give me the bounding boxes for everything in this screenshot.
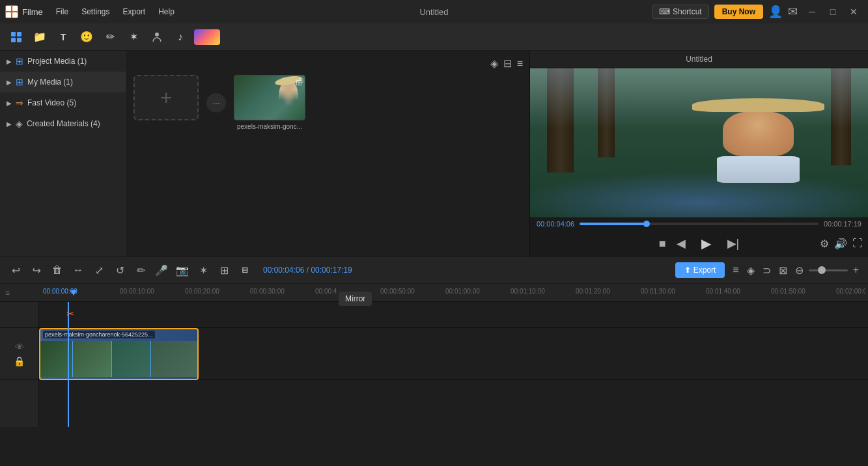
main-content: ▶ ⊞ Project Media (1) ▶ ⊞ My Media (1) ▶… [0, 51, 868, 256]
menu-bar: File Settings Export Help [51, 5, 180, 19]
svg-rect-4 [11, 32, 16, 36]
list-view-icon[interactable]: ≡ [517, 58, 523, 70]
delete-button[interactable]: 🗑 [48, 261, 66, 279]
preview-panel: Untitled [529, 51, 868, 256]
effects-button[interactable]: ✶ [124, 27, 143, 47]
speed-button[interactable]: ⊟ [236, 261, 254, 279]
timeline-ruler: ≡ 00:00:00:00 00:00:10:00 00:00:20:00 00… [0, 284, 868, 302]
maximize-button[interactable]: □ [824, 5, 842, 18]
pip-button[interactable]: ⊞ [215, 261, 233, 279]
edit-toolbar: ↩ ↩ 🗑 ↔ ⤢ ↺ ✏ 🎤 📷 ✶ ⊞ ⊟ 00:00:04:06 / 00… [0, 256, 868, 284]
add-media-button[interactable]: + [133, 75, 199, 120]
fullscreen-icon[interactable]: ⛶ [852, 238, 863, 249]
rotate-button[interactable]: ↺ [111, 261, 129, 279]
menu-help[interactable]: Help [153, 5, 180, 19]
zoom-in-icon[interactable]: + [850, 263, 861, 277]
left-panel: ▶ ⊞ Project Media (1) ▶ ⊞ My Media (1) ▶… [0, 51, 127, 256]
playhead[interactable] [68, 302, 69, 427]
current-time: 00:00:04:06 [537, 220, 574, 228]
media-area: ◈ ⊟ ≡ + ··· ⊞ pexels-maksim-gonc... [127, 51, 529, 256]
grid-view-icon[interactable]: ⊟ [503, 57, 512, 70]
transition-icon[interactable]: ⊃ [760, 263, 774, 278]
volume-icon[interactable]: 🔊 [834, 238, 847, 250]
titlebar-title: Untitled [419, 7, 448, 17]
panel-item-project-media[interactable]: ▶ ⊞ Project Media (1) [0, 51, 126, 72]
mail-icon[interactable]: ✉ [788, 5, 798, 19]
text-button[interactable]: T [53, 27, 73, 47]
svg-rect-5 [17, 32, 21, 36]
stop-button[interactable]: ■ [659, 237, 666, 251]
eye-icon[interactable]: 👁 [15, 342, 24, 352]
camera-button[interactable]: 📷 [173, 261, 191, 279]
media-thumbnail[interactable]: ⊞ pexels-maksim-gonc... [234, 75, 305, 130]
gradient-button[interactable] [194, 29, 220, 45]
plus-icon: + [160, 86, 173, 110]
layers-icon[interactable]: ◈ [490, 57, 498, 70]
shortcut-button[interactable]: ⌨ Shortcut [652, 5, 709, 19]
music-button[interactable]: ♪ [171, 27, 190, 47]
progress-dot [643, 221, 650, 227]
upload-icon: ⬆ [684, 266, 691, 275]
audio-button[interactable]: 🎤 [152, 261, 171, 279]
video-clip-label: pexels-maksim-goncharenok-56425225... [43, 331, 155, 338]
more-options-button[interactable]: ··· [206, 93, 226, 113]
preview-video [530, 68, 868, 217]
settings-icon[interactable]: ⚙ [820, 238, 829, 250]
emoji-button[interactable]: 🙂 [77, 27, 96, 47]
open-button[interactable]: 📁 [30, 27, 49, 47]
crop-button[interactable]: ⤢ [90, 261, 108, 279]
ai-button[interactable]: ✶ [194, 261, 212, 279]
progress-bar[interactable] [580, 223, 819, 225]
preview-progress-bar[interactable]: 00:00:04:06 00:00:17:19 [530, 217, 868, 230]
preview-settings-buttons: ⚙ 🔊 ⛶ [820, 238, 863, 250]
thumbnail-label: pexels-maksim-gonc... [234, 123, 305, 130]
scissors-icon: ✂ [66, 308, 74, 319]
crop-timeline-icon[interactable]: ⊠ [776, 263, 790, 278]
timeline-time-display: 00:00:04:06 / 00:00:17:19 [263, 266, 352, 275]
panel-item-my-media[interactable]: ▶ ⊞ My Media (1) [0, 72, 126, 92]
minimize-button[interactable]: ─ [803, 5, 821, 18]
prev-frame-button[interactable]: ◀ [677, 236, 686, 251]
play-button[interactable]: ▶ [696, 233, 717, 254]
arrow-icon: ▶ [7, 58, 12, 65]
menu-export[interactable]: Export [117, 5, 150, 19]
svg-rect-0 [6, 6, 11, 11]
timeline-body: 👁 🔒 ✂ pexels-maksim-goncharenok-56425225… [0, 302, 868, 427]
zoom-slider[interactable] [809, 269, 848, 271]
hamburger-icon[interactable]: ≡ [5, 288, 10, 297]
video-clip[interactable]: pexels-maksim-goncharenok-56425225... [39, 328, 199, 380]
media-grid: + ··· ⊞ pexels-maksim-gonc... [133, 75, 523, 130]
media-toolbar: ◈ ⊟ ≡ [133, 57, 523, 70]
keyboard-icon: ⌨ [659, 7, 670, 16]
mirror-tooltip: Mirror [339, 292, 372, 306]
next-frame-button[interactable]: ▶| [727, 236, 740, 251]
split-button[interactable]: ↔ [69, 261, 87, 279]
menu-file[interactable]: File [51, 5, 74, 19]
undo-button[interactable]: ↩ [7, 261, 25, 279]
timeline-tracks[interactable]: ✂ pexels-maksim-goncharenok-56425225... [39, 302, 868, 427]
thumbnail-image: ⊞ [234, 75, 305, 120]
redo-button[interactable]: ↩ [27, 261, 46, 279]
panel-item-fast-video[interactable]: ▶ ⇒ Fast Video (5) [0, 92, 126, 113]
svg-rect-3 [12, 12, 18, 18]
draw-button[interactable]: ✏ [132, 261, 150, 279]
track-gutter-empty [0, 302, 38, 328]
marker-icon[interactable]: ◈ [744, 263, 757, 278]
lock-icon[interactable]: 🔒 [14, 356, 25, 366]
panel-item-created-materials[interactable]: ▶ ◈ Created Materials (4) [0, 113, 126, 134]
app-name: Filme [22, 7, 43, 17]
mute-icon[interactable]: ⊖ [792, 263, 806, 278]
main-toolbar: 📁 T 🙂 ✏ ✶ ♪ [0, 23, 868, 51]
svg-rect-6 [11, 38, 16, 42]
export-button[interactable]: ⬆ Export [675, 262, 725, 278]
close-button[interactable]: ✕ [845, 5, 863, 18]
import-button[interactable] [7, 27, 26, 47]
buy-now-button[interactable]: Buy Now [714, 5, 763, 19]
edit-button[interactable]: ✏ [100, 27, 120, 47]
track-settings-icon[interactable]: ≡ [730, 263, 741, 277]
person-button[interactable] [147, 27, 167, 47]
preview-controls: ■ ◀ ▶ ▶| ⚙ 🔊 ⛶ [530, 230, 868, 256]
titlebar: Filme File Settings Export Help Untitled… [0, 0, 868, 23]
user-icon[interactable]: 👤 [768, 5, 783, 19]
menu-settings[interactable]: Settings [76, 5, 115, 19]
